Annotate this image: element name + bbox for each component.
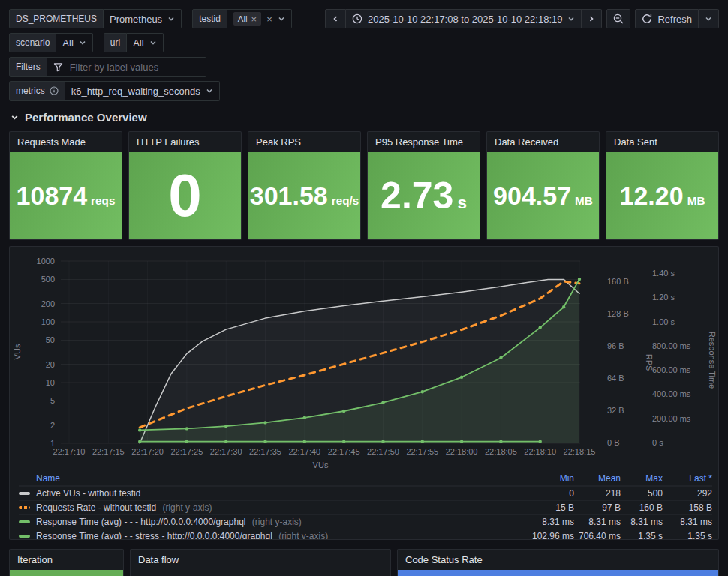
legend-mean-value: 706.40 ms (574, 531, 621, 540)
refresh-button[interactable]: Refresh (635, 9, 699, 28)
time-shift-back-button[interactable] (325, 9, 346, 28)
stat-value: 0 (168, 166, 202, 226)
stat-value: 12.20MB (620, 183, 705, 208)
stat-unit: req/s (332, 194, 359, 207)
svg-text:64 B: 64 B (607, 374, 624, 382)
section-performance-overview[interactable]: Performance Overview (11, 111, 719, 124)
var-testid-value-dropdown[interactable]: All × × (227, 9, 292, 28)
panel-title[interactable]: HTTP Failures (129, 132, 241, 152)
filters-input-wrap (47, 57, 206, 76)
legend-last-value: 1.35 s (663, 531, 712, 540)
time-range-picker[interactable]: 2025-10-10 22:17:08 to 2025-10-10 22:18:… (346, 9, 582, 28)
svg-text:400.00 ms: 400.00 ms (652, 389, 691, 398)
panel-title[interactable]: Data Sent (606, 132, 718, 152)
panel-title[interactable]: Iteration (10, 550, 123, 570)
filters-label: Filters (9, 57, 47, 76)
chevron-down-icon (206, 87, 213, 94)
svg-text:2: 2 (50, 421, 55, 430)
timeseries-chart[interactable]: 125102050100200500100022:17:1022:17:1522… (10, 251, 718, 470)
chevron-left-icon (332, 15, 339, 22)
legend-header-mean[interactable]: Mean (574, 473, 621, 484)
filters-input[interactable] (68, 61, 200, 74)
stat-value: 2.73s (381, 177, 467, 214)
filters-group: Filters (9, 57, 206, 76)
stat-panel-p95-response-time: P95 Response Time 2.73s (367, 131, 480, 240)
clear-selection-icon[interactable]: × (266, 14, 272, 24)
legend-max-value: 8.31 ms (621, 517, 663, 527)
svg-text:128 B: 128 B (607, 309, 629, 318)
time-shift-forward-button[interactable] (582, 9, 602, 28)
refresh-label: Refresh (657, 14, 692, 25)
remove-tag-icon[interactable]: × (251, 14, 257, 24)
legend-min-value: 8.31 ms (513, 517, 574, 527)
legend-row: Requests Rate - without testid (right y-… (19, 500, 712, 514)
clock-icon (352, 14, 362, 24)
svg-text:1.20 s: 1.20 s (652, 292, 675, 302)
toolbar-row-1: DS_PROMETHEUS Prometheus testid All × × (9, 9, 719, 28)
panel-title[interactable]: Code Status Rate (398, 550, 718, 570)
legend-min-value: 15 B (513, 502, 574, 513)
chevron-down-icon (705, 15, 712, 22)
svg-text:96 B: 96 B (607, 341, 624, 350)
var-metrics-value-dropdown[interactable]: k6_http_req_waiting_seconds (65, 81, 220, 100)
series-color-icon (19, 492, 30, 495)
legend-header-row: NameMinMeanMaxLast * (19, 472, 712, 486)
panel-code-status-rate: Code Status Rate (397, 549, 719, 576)
legend-max-value: 160 B (621, 502, 663, 513)
legend-last-value: 8.31 ms (663, 517, 712, 527)
svg-text:22:18:10: 22:18:10 (524, 447, 556, 456)
svg-text:0 B: 0 B (607, 438, 620, 447)
testid-all-tag[interactable]: All × (233, 12, 261, 26)
legend-last-value: 292 (663, 488, 712, 499)
timeseries-panel: 125102050100200500100022:17:1022:17:1522… (9, 246, 719, 540)
var-ds-value-dropdown[interactable]: Prometheus (104, 9, 182, 28)
stat-value: 10874reqs (17, 183, 116, 208)
var-testid: testid All × × (192, 9, 292, 28)
svg-text:22:17:35: 22:17:35 (249, 447, 281, 456)
svg-text:1.00 s: 1.00 s (652, 317, 675, 326)
var-url-label: url (104, 33, 127, 52)
stat-body: 2.73s (368, 152, 480, 239)
chart-legend: NameMinMeanMaxLast * Active VUs - withou… (10, 470, 718, 540)
legend-series-name[interactable]: Response Time (avg) - - stress - http://… (36, 531, 513, 540)
svg-text:20: 20 (46, 360, 55, 369)
panel-title[interactable]: Requests Made (10, 132, 122, 152)
legend-header-max[interactable]: Max (621, 473, 663, 484)
dashboard: DS_PROMETHEUS Prometheus testid All × × (0, 0, 728, 576)
stat-body: 0 (129, 152, 241, 239)
panel-title[interactable]: Peak RPS (248, 132, 360, 152)
legend-series-name[interactable]: Response Time (avg) - - - http://0.0.0.0… (36, 517, 513, 527)
legend-series-name[interactable]: Requests Rate - without testid (right y-… (36, 502, 513, 513)
var-scenario-value-dropdown[interactable]: All (56, 33, 92, 52)
legend-header-last[interactable]: Last * (663, 473, 712, 484)
panel-title[interactable]: Data flow (131, 550, 390, 570)
panel-title[interactable]: Data Received (487, 132, 599, 152)
stat-value: 301.58req/s (250, 183, 359, 208)
panel-title[interactable]: P95 Response Time (368, 132, 480, 152)
var-metrics-label: metrics (9, 81, 65, 100)
chevron-down-icon (278, 15, 285, 22)
info-icon (50, 86, 59, 95)
var-scenario: scenario All (9, 33, 93, 52)
stat-panel-peak-rps: Peak RPS 301.58req/s (248, 131, 361, 240)
svg-text:RPS: RPS (645, 354, 654, 371)
filter-funnel-icon (53, 62, 63, 72)
refresh-interval-dropdown[interactable] (699, 9, 719, 28)
refresh-controls: Refresh (635, 9, 719, 28)
legend-series-name[interactable]: Active VUs - without testid (36, 488, 513, 499)
legend-icon-spacer (19, 477, 30, 480)
legend-header-name[interactable]: Name (36, 473, 513, 484)
legend-mean-value: 218 (574, 488, 621, 499)
time-controls: 2025-10-10 22:17:08 to 2025-10-10 22:18:… (325, 9, 603, 28)
legend-row: Response Time (avg) - - stress - http://… (19, 529, 712, 540)
var-ds-value-text: Prometheus (110, 14, 162, 25)
section-collapse-chevron-icon (11, 113, 19, 122)
var-url-value-dropdown[interactable]: All (127, 33, 163, 52)
legend-row: Active VUs - without testid 0 218 500 29… (19, 486, 712, 500)
var-metrics-value-text: k6_http_req_waiting_seconds (71, 86, 200, 97)
zoom-out-button[interactable] (606, 9, 630, 28)
svg-text:600.00 ms: 600.00 ms (652, 365, 691, 374)
legend-header-min[interactable]: Min (513, 473, 574, 484)
legend-row: Response Time (avg) - - - http://0.0.0.0… (19, 514, 712, 529)
legend-last-value: 158 B (663, 502, 712, 513)
